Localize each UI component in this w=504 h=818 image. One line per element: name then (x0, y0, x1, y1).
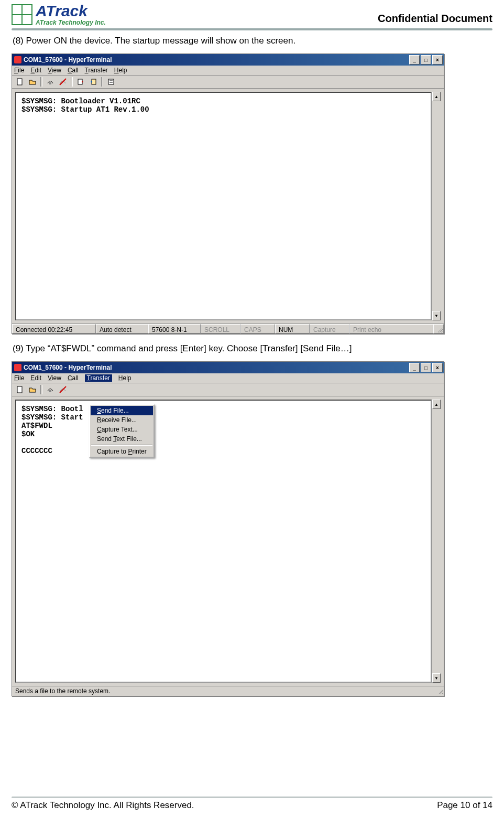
toolbar (12, 76, 444, 89)
menu-edit[interactable]: Edit (30, 374, 41, 382)
menu-bar: File Edit View Call Transfer Help (12, 373, 444, 383)
footer-divider (12, 797, 492, 798)
document-page: ATrack ATrack Technology Inc. Confidenti… (0, 0, 504, 818)
menu-item-capture-text[interactable]: Capture Text... (91, 425, 153, 434)
status-message: Sends a file to the remote system. (12, 686, 113, 696)
status-bar: Connected 00:22:45 Auto detect 57600 8-N… (12, 324, 444, 333)
menu-help[interactable]: Help (114, 67, 127, 74)
maximize-button[interactable]: □ (421, 363, 431, 372)
maximize-button[interactable]: □ (421, 55, 431, 64)
terminal-output[interactable]: $SYSMSG: Bootloader V1.01RC $SYSMSG: Sta… (15, 92, 432, 320)
toolbar-separator (101, 77, 103, 87)
menu-call[interactable]: Call (68, 67, 79, 74)
logo-name: ATrack (36, 3, 106, 19)
window-title: COM1_57600 - HyperTerminal (24, 56, 112, 63)
connect-icon[interactable] (45, 77, 56, 87)
menu-edit[interactable]: Edit (30, 67, 41, 74)
svg-rect-3 (78, 79, 82, 84)
svg-line-15 (440, 691, 443, 694)
confidential-label: Confidential Document (378, 3, 492, 25)
page-header: ATrack ATrack Technology Inc. Confidenti… (12, 3, 492, 26)
hyperterminal-window-2: COM1_57600 - HyperTerminal _ □ × File Ed… (12, 361, 444, 696)
page-footer: © ATrack Technology Inc. All Rights Rese… (12, 797, 492, 811)
open-icon[interactable] (27, 77, 38, 87)
vertical-scrollbar[interactable]: ▲ ▼ (432, 92, 441, 320)
step-8-text: (8) Power ON the device. The startup mes… (13, 36, 492, 46)
status-capture: Capture (310, 324, 349, 333)
vertical-scrollbar[interactable]: ▲ ▼ (432, 400, 441, 683)
logo-text: ATrack ATrack Technology Inc. (36, 3, 106, 26)
close-button[interactable]: × (432, 363, 443, 372)
send-icon[interactable] (75, 77, 86, 87)
status-scroll: SCROLL (201, 324, 240, 333)
menu-divider (91, 445, 152, 446)
logo-subtitle: ATrack Technology Inc. (36, 19, 106, 26)
menu-transfer[interactable]: Transfer (85, 67, 108, 74)
svg-rect-4 (92, 79, 96, 84)
menu-item-receive-file[interactable]: Receive File... (91, 415, 153, 425)
close-button[interactable]: × (432, 55, 443, 64)
header-divider (12, 28, 492, 30)
svg-line-16 (442, 693, 443, 694)
svg-line-9 (440, 329, 443, 332)
minimize-button[interactable]: _ (409, 55, 420, 64)
window-buttons: _ □ × (409, 55, 443, 64)
scroll-down-icon[interactable]: ▼ (432, 311, 441, 320)
resize-grip-icon[interactable] (433, 324, 444, 333)
disconnect-icon[interactable] (57, 77, 69, 87)
status-bar: Sends a file to the remote system. (12, 686, 444, 696)
work-area: Send File... Receive File... Capture Tex… (12, 396, 444, 686)
company-logo: ATrack ATrack Technology Inc. (12, 3, 106, 26)
status-params: 57600 8-N-1 (148, 324, 201, 333)
svg-line-10 (441, 331, 443, 332)
status-printecho: Print echo (349, 324, 433, 333)
connect-icon[interactable] (45, 384, 56, 395)
receive-icon[interactable] (87, 77, 99, 87)
menu-file[interactable]: File (14, 67, 24, 74)
status-detect: Auto detect (96, 324, 148, 333)
menu-transfer[interactable]: Transfer (85, 374, 112, 382)
scroll-up-icon[interactable]: ▲ (432, 400, 441, 409)
svg-rect-0 (17, 79, 22, 85)
menu-file[interactable]: File (14, 374, 24, 382)
svg-line-13 (60, 386, 66, 393)
scroll-up-icon[interactable]: ▲ (432, 92, 441, 101)
new-icon[interactable] (14, 384, 26, 395)
window-buttons: _ □ × (409, 363, 443, 372)
svg-line-2 (60, 79, 66, 85)
menu-help[interactable]: Help (118, 374, 132, 382)
menu-item-capture-to-printer[interactable]: Capture to Printer (91, 447, 153, 456)
hyperterminal-window-1: COM1_57600 - HyperTerminal _ □ × File Ed… (12, 53, 444, 334)
status-connected: Connected 00:22:45 (12, 324, 96, 333)
menu-item-send-text-file[interactable]: Send Text File... (91, 434, 153, 444)
svg-rect-5 (108, 79, 114, 84)
menu-bar: File Edit View Call Transfer Help (12, 66, 444, 76)
properties-icon[interactable] (105, 77, 117, 87)
toolbar (12, 383, 444, 396)
status-num: NUM (275, 324, 310, 333)
menu-view[interactable]: View (48, 67, 61, 74)
menu-view[interactable]: View (48, 374, 61, 382)
open-icon[interactable] (27, 384, 38, 395)
menu-item-send-file[interactable]: Send File... (91, 406, 153, 415)
app-icon (14, 56, 21, 63)
titlebar: COM1_57600 - HyperTerminal _ □ × (12, 362, 444, 373)
toolbar-separator (40, 385, 42, 394)
new-icon[interactable] (14, 77, 26, 87)
page-number: Page 10 of 14 (437, 800, 492, 811)
logo-mark-icon (12, 4, 32, 25)
toolbar-separator (71, 77, 73, 87)
svg-rect-1 (49, 82, 51, 84)
terminal-output[interactable]: $SYSMSG: Bootl $SYSMSG: Start AT$FWDL $O… (15, 400, 432, 683)
toolbar-separator (40, 77, 42, 87)
status-caps: CAPS (240, 324, 275, 333)
svg-rect-11 (17, 386, 22, 393)
disconnect-icon[interactable] (57, 384, 69, 395)
app-icon (14, 364, 21, 371)
resize-grip-icon[interactable] (434, 687, 444, 695)
step-9-text: (9) Type “AT$FWDL” command and press [En… (13, 343, 492, 354)
menu-call[interactable]: Call (68, 374, 79, 382)
copyright-text: © ATrack Technology Inc. All Rights Rese… (12, 800, 194, 811)
scroll-down-icon[interactable]: ▼ (432, 673, 441, 683)
minimize-button[interactable]: _ (409, 363, 420, 372)
